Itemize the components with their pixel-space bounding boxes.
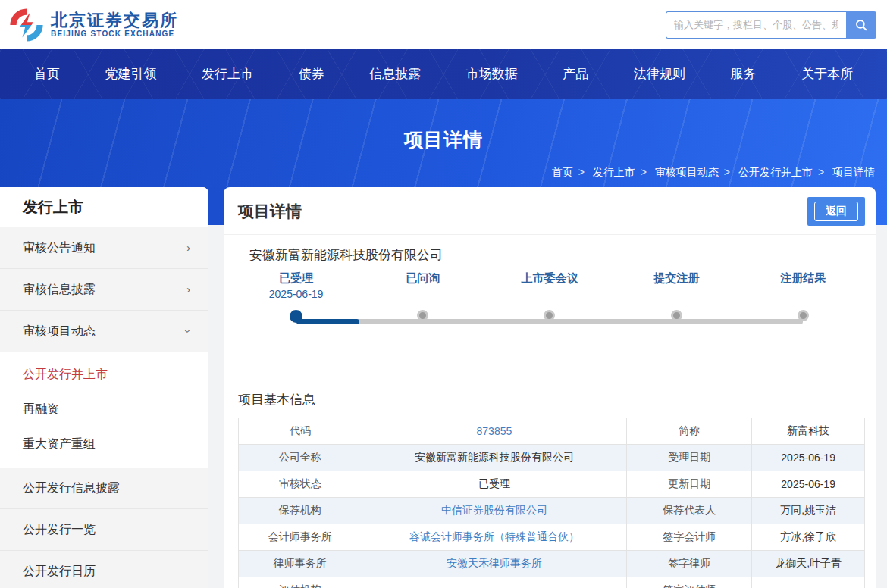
chevron-right-icon: › bbox=[186, 242, 190, 253]
breadcrumb: 首页> 发行上市> 审核项目动态> 公开发行并上市> 项目详情 bbox=[552, 166, 875, 180]
cell-value: 873855 bbox=[362, 418, 626, 445]
cell-label: 简称 bbox=[627, 418, 752, 445]
breadcrumb-current: 项目详情 bbox=[832, 166, 875, 178]
page-banner: 项目详情 首页> 发行上市> 审核项目动态> 公开发行并上市> 项目详情 bbox=[0, 99, 887, 187]
sidebar-item-offering-calendar[interactable]: 公开发行日历 bbox=[0, 551, 208, 588]
step-accepted: 已受理 2025-06-19 bbox=[233, 271, 359, 336]
breadcrumb-separator: > bbox=[641, 166, 647, 178]
step-date: 2025-06-19 bbox=[269, 288, 324, 306]
sidebar-submenu: 公开发行并上市 再融资 重大资产重组 bbox=[0, 352, 208, 468]
cell-value: 新富科技 bbox=[752, 418, 865, 445]
breadcrumb-separator: > bbox=[818, 166, 824, 178]
cell-label: 评估机构 bbox=[239, 577, 362, 588]
cell-value: 方冰,徐子欣 bbox=[752, 524, 865, 551]
breadcrumb-listing[interactable]: 发行上市 bbox=[593, 166, 635, 178]
submenu-item-major-asset-restructuring[interactable]: 重大资产重组 bbox=[0, 427, 208, 461]
sidebar-item-review-dynamics[interactable]: 审核项目动态 › bbox=[0, 311, 208, 352]
banner-title: 项目详情 bbox=[0, 99, 887, 152]
breadcrumb-public-offering[interactable]: 公开发行并上市 bbox=[738, 166, 813, 178]
sidebar-item-label: 公开发行日历 bbox=[23, 564, 96, 580]
sidebar-title: 发行上市 bbox=[0, 187, 208, 227]
cell-label: 签字律师 bbox=[627, 551, 752, 577]
nav-item-home[interactable]: 首页 bbox=[34, 65, 60, 83]
table-row: 代码 873855 简称 新富科技 bbox=[239, 418, 865, 445]
site-logo[interactable]: 北京证券交易所 BEIJING STOCK EXCHANGE bbox=[9, 8, 178, 42]
nav-item-party[interactable]: 党建引领 bbox=[105, 65, 157, 83]
step-dot bbox=[544, 310, 555, 321]
step-dot bbox=[671, 310, 682, 321]
nav-item-products[interactable]: 产品 bbox=[563, 65, 588, 83]
page-title: 项目详情 bbox=[238, 201, 302, 222]
back-button[interactable]: 返回 bbox=[807, 197, 865, 226]
breadcrumb-separator: > bbox=[578, 166, 585, 178]
stock-code-link[interactable]: 873855 bbox=[477, 425, 512, 437]
cell-value: 安徽天禾律师事务所 bbox=[362, 551, 626, 577]
sidebar-item-label: 公开发行一览 bbox=[23, 522, 96, 538]
step-dot bbox=[417, 310, 428, 321]
step-inquired: 已问询 bbox=[359, 271, 486, 336]
search-button[interactable] bbox=[846, 11, 876, 39]
sidebar-item-review-disclosure[interactable]: 审核信息披露 › bbox=[0, 269, 208, 311]
cell-value: 中信证券股份有限公司 bbox=[362, 498, 626, 524]
cell-value: 万同,姚玉洁 bbox=[752, 498, 865, 524]
chevron-down-icon: › bbox=[183, 330, 194, 333]
bse-logo-icon bbox=[9, 8, 44, 42]
submenu-item-refinancing[interactable]: 再融资 bbox=[0, 392, 208, 427]
search-icon bbox=[854, 18, 868, 32]
cell-label: 签字评估师 bbox=[627, 577, 752, 588]
step-registration-submitted: 提交注册 bbox=[613, 271, 740, 336]
main-panel: 项目详情 返回 安徽新富新能源科技股份有限公司 已受理 2025-06-19 已… bbox=[224, 187, 876, 588]
content-area: 发行上市 审核公告通知 › 审核信息披露 › 审核项目动态 › 公开发行并上市 … bbox=[0, 187, 887, 588]
step-label: 已问询 bbox=[406, 271, 440, 288]
sidebar-item-label: 公开发行信息披露 bbox=[23, 480, 120, 496]
step-committee-meeting: 上市委会议 bbox=[486, 271, 613, 336]
nav-item-listing[interactable]: 发行上市 bbox=[202, 65, 253, 83]
law-firm-link[interactable]: 安徽天禾律师事务所 bbox=[447, 557, 542, 569]
table-row: 保荐机构 中信证券股份有限公司 保荐代表人 万同,姚玉洁 bbox=[239, 498, 865, 524]
cell-value: 安徽新富新能源科技股份有限公司 bbox=[362, 445, 626, 471]
step-label: 注册结果 bbox=[780, 271, 826, 288]
step-label: 上市委会议 bbox=[521, 271, 578, 288]
nav-item-disclosure[interactable]: 信息披露 bbox=[369, 65, 421, 83]
site-header: 北京证券交易所 BEIJING STOCK EXCHANGE bbox=[0, 0, 887, 49]
submenu-item-public-offering[interactable]: 公开发行并上市 bbox=[0, 357, 208, 392]
sidebar-item-label: 审核信息披露 bbox=[23, 282, 96, 298]
main-nav: 首页 党建引领 发行上市 债券 信息披露 市场数据 产品 法律规则 服务 关于本… bbox=[0, 49, 887, 99]
nav-item-services[interactable]: 服务 bbox=[730, 65, 756, 83]
breadcrumb-separator: > bbox=[724, 166, 730, 178]
cell-label: 保荐机构 bbox=[239, 498, 362, 524]
logo-subtitle: BEIJING STOCK EXCHANGE bbox=[51, 30, 178, 38]
back-button-label: 返回 bbox=[814, 202, 858, 221]
step-label: 提交注册 bbox=[653, 271, 699, 288]
cell-value: 2025-06-19 bbox=[752, 445, 865, 471]
panel-header: 项目详情 返回 bbox=[224, 187, 876, 235]
sidebar-item-review-notices[interactable]: 审核公告通知 › bbox=[0, 227, 208, 269]
sidebar-item-offering-overview[interactable]: 公开发行一览 bbox=[0, 509, 208, 551]
nav-item-about[interactable]: 关于本所 bbox=[801, 65, 853, 83]
search-input[interactable] bbox=[666, 11, 846, 39]
cell-value: 龙御天,叶子青 bbox=[752, 551, 865, 577]
table-row: 会计师事务所 容诚会计师事务所（特殊普通合伙） 签字会计师 方冰,徐子欣 bbox=[239, 524, 865, 551]
cell-label: 公司全称 bbox=[239, 445, 362, 471]
chevron-right-icon: › bbox=[186, 284, 190, 295]
section-title-basic-info: 项目基本信息 bbox=[224, 391, 876, 408]
cell-label: 签字会计师 bbox=[627, 524, 752, 551]
breadcrumb-review-dynamics[interactable]: 审核项目动态 bbox=[655, 166, 719, 178]
table-row: 公司全称 安徽新富新能源科技股份有限公司 受理日期 2025-06-19 bbox=[239, 445, 865, 471]
sidebar-item-offering-disclosure[interactable]: 公开发行信息披露 bbox=[0, 468, 208, 509]
search-bar bbox=[666, 11, 876, 39]
nav-item-rules[interactable]: 法律规则 bbox=[634, 65, 685, 83]
cell-label: 保荐代表人 bbox=[627, 498, 752, 524]
cell-value: 容诚会计师事务所（特殊普通合伙） bbox=[362, 524, 626, 551]
sponsor-link[interactable]: 中信证券股份有限公司 bbox=[441, 504, 547, 516]
nav-item-bonds[interactable]: 债券 bbox=[299, 65, 324, 83]
table-row: 审核状态 已受理 更新日期 2025-06-19 bbox=[239, 471, 865, 498]
sidebar-item-label: 审核项目动态 bbox=[23, 324, 96, 339]
nav-item-market-data[interactable]: 市场数据 bbox=[466, 65, 518, 83]
accounting-firm-link[interactable]: 容诚会计师事务所（特殊普通合伙） bbox=[409, 530, 579, 543]
cell-label: 会计师事务所 bbox=[239, 524, 362, 551]
table-row: 律师事务所 安徽天禾律师事务所 签字律师 龙御天,叶子青 bbox=[239, 551, 865, 577]
company-name: 安徽新富新能源科技股份有限公司 bbox=[224, 235, 876, 264]
logo-title: 北京证券交易所 bbox=[51, 11, 178, 30]
breadcrumb-home[interactable]: 首页 bbox=[552, 166, 573, 178]
